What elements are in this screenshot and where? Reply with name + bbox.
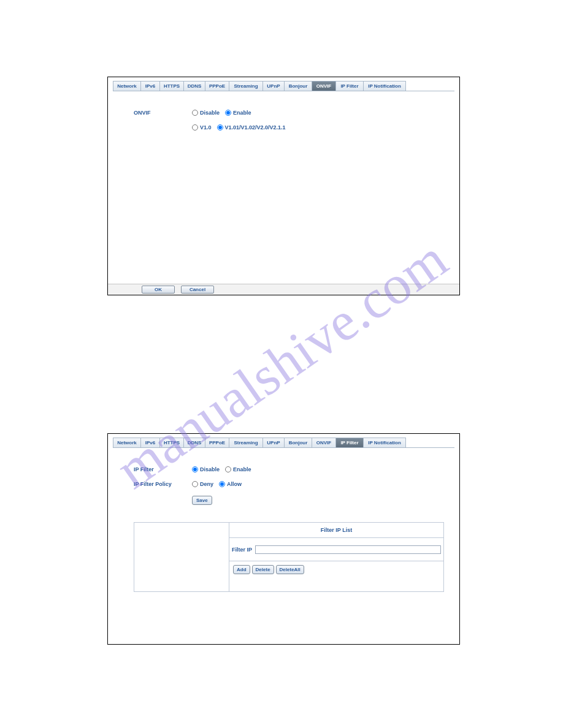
tab-https[interactable]: HTTPS: [159, 81, 184, 91]
tab-streaming[interactable]: Streaming: [229, 438, 263, 447]
tab-ip-filter[interactable]: IP Filter: [335, 81, 364, 91]
ipfilter-enable-radio[interactable]: [225, 466, 231, 472]
ipfilter-enable-label: Enable: [233, 466, 251, 472]
ip-list-box[interactable]: [134, 523, 229, 591]
policy-allow-label: Allow: [227, 481, 242, 487]
tab-bonjour[interactable]: Bonjour: [284, 81, 312, 91]
onvif-disable-radio[interactable]: [192, 110, 198, 116]
tab-ipv6[interactable]: IPv6: [140, 438, 160, 447]
onvif-title: ONVIF: [134, 110, 192, 116]
onvif-v10-radio[interactable]: [192, 124, 198, 131]
tab-pppoe[interactable]: PPPoE: [205, 81, 229, 91]
onvif-v2-label: V1.01/V1.02/V2.0/V2.1.1: [225, 124, 286, 131]
tab-bar-1: NetworkIPv6HTTPSDDNSPPPoEStreamingUPnPBo…: [113, 81, 454, 91]
ipfilter-panel: NetworkIPv6HTTPSDDNSPPPoEStreamingUPnPBo…: [107, 433, 460, 645]
tab-onvif[interactable]: ONVIF: [312, 81, 336, 91]
onvif-v10-label: V1.0: [200, 124, 212, 131]
ip-grid: Filter IP List Filter IP Add Delete Dele…: [134, 522, 444, 592]
onvif-enable-label: Enable: [233, 110, 251, 116]
ipfilter-policy-title: IP Filter Policy: [134, 481, 192, 487]
filter-ip-input[interactable]: [255, 545, 441, 554]
tab-bar-2: NetworkIPv6HTTPSDDNSPPPoEStreamingUPnPBo…: [113, 438, 454, 448]
ok-button[interactable]: OK: [142, 286, 175, 294]
ipfilter-disable-radio[interactable]: [192, 466, 198, 472]
policy-allow-radio[interactable]: [219, 481, 225, 487]
tab-upnp[interactable]: UPnP: [262, 438, 285, 447]
add-button[interactable]: Add: [233, 565, 250, 574]
tab-bonjour[interactable]: Bonjour: [284, 438, 312, 447]
tab-streaming[interactable]: Streaming: [229, 81, 263, 91]
policy-deny-radio[interactable]: [192, 481, 198, 487]
ipfilter-disable-label: Disable: [200, 466, 220, 472]
ipfilter-title: IP Filter: [134, 466, 192, 472]
tab-onvif[interactable]: ONVIF: [312, 438, 336, 447]
tab-ddns[interactable]: DDNS: [183, 81, 205, 91]
ip-list-header: Filter IP List: [229, 523, 443, 538]
tab-network[interactable]: Network: [113, 81, 141, 91]
deleteall-button[interactable]: DeleteAll: [276, 565, 304, 574]
tab-ip-notification[interactable]: IP Notification: [363, 438, 406, 447]
onvif-v2-radio[interactable]: [217, 124, 223, 131]
tab-upnp[interactable]: UPnP: [262, 81, 285, 91]
tab-ddns[interactable]: DDNS: [183, 438, 205, 447]
filter-ip-label: Filter IP: [232, 547, 255, 553]
policy-deny-label: Deny: [200, 481, 213, 487]
onvif-enable-radio[interactable]: [225, 110, 231, 116]
tab-ip-notification[interactable]: IP Notification: [363, 81, 406, 91]
delete-button[interactable]: Delete: [252, 565, 274, 574]
onvif-disable-label: Disable: [200, 110, 220, 116]
tab-pppoe[interactable]: PPPoE: [205, 438, 229, 447]
tab-https[interactable]: HTTPS: [159, 438, 184, 447]
tab-network[interactable]: Network: [113, 438, 141, 447]
tab-ipv6[interactable]: IPv6: [140, 81, 160, 91]
footer-1: OK Cancel: [108, 284, 459, 295]
save-button[interactable]: Save: [192, 496, 212, 505]
tab-ip-filter[interactable]: IP Filter: [335, 438, 364, 447]
cancel-button[interactable]: Cancel: [181, 286, 214, 294]
onvif-panel: NetworkIPv6HTTPSDDNSPPPoEStreamingUPnPBo…: [107, 77, 460, 295]
